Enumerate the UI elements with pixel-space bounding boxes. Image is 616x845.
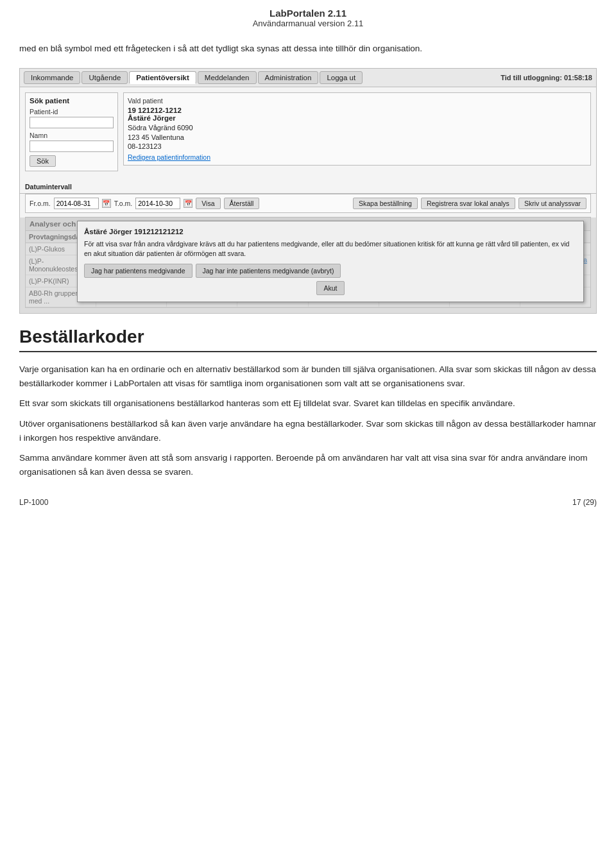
nav-logga-ut[interactable]: Logga ut [320, 71, 363, 84]
sok-patient-panel: Sök patient Patient-id Namn Sök [25, 92, 118, 175]
modal-btn-medgivande[interactable]: Jag har patientens medgivande [84, 264, 193, 278]
skapa-bestallning-button[interactable]: Skapa beställning [353, 198, 418, 209]
visa-button[interactable]: Visa [196, 198, 220, 209]
page-header: LabPortalen 2.11 Användarmanual version … [0, 0, 616, 31]
patient-id-label: Patient-id [30, 108, 114, 115]
to-label: T.o.m. [114, 200, 133, 207]
datumintervall-row: Fr.o.m. 📅 T.o.m. 📅 Visa Återställ Skapa … [25, 194, 591, 213]
nav-administration[interactable]: Administration [258, 71, 319, 84]
edit-patient-link[interactable]: Redigera patientinformation [128, 153, 586, 161]
nav-inkommande[interactable]: Inkommande [24, 71, 80, 84]
vald-patient-phone: 08-123123 [128, 142, 586, 150]
footer-right: 17 (29) [572, 498, 597, 507]
session-info: Tid till utloggning: 01:58:18 [501, 74, 592, 81]
modal-btn-akut[interactable]: Akut [316, 281, 344, 295]
patient-id-input[interactable] [30, 117, 114, 128]
modal-dialog: Åstäré Jörger 191212121212 För att visa … [77, 221, 584, 302]
body-para4: Samma användare kommer även att stå som … [19, 451, 597, 479]
to-calendar-icon[interactable]: 📅 [184, 199, 193, 208]
namn-input[interactable] [30, 141, 114, 152]
section-heading: Beställarkoder [19, 327, 597, 352]
modal-buttons-row2: Akut [84, 281, 577, 295]
nav-patientoversikt[interactable]: Patientöversikt [129, 71, 196, 84]
vald-patient-address1: Södra Vågränd 6090 [128, 124, 586, 132]
namn-label: Namn [30, 132, 114, 139]
to-date-input[interactable] [135, 198, 180, 209]
nav-meddelanden[interactable]: Meddelanden [198, 71, 257, 84]
vald-patient-name: Åstäré Jörger [128, 114, 586, 122]
aterstall-button[interactable]: Återställ [224, 198, 260, 209]
footer-left: LP-1000 [19, 498, 48, 507]
nav-utgaende[interactable]: Utgående [81, 71, 128, 84]
app-subtitle: Användarmanual version 2.11 [13, 19, 603, 28]
vald-patient-label: Vald patient [128, 97, 586, 105]
body-para1: Varje organisation kan ha en ordinarie o… [19, 363, 597, 390]
sok-button[interactable]: Sök [30, 155, 56, 167]
modal-btn-avbryt[interactable]: Jag har inte patientens medgivande (avbr… [196, 264, 341, 278]
app-title: LabPortalen 2.11 [13, 8, 603, 19]
vald-patient-id: 19 121212-1212 [128, 107, 586, 114]
body-para2: Ett svar som skickats till organisatione… [19, 397, 597, 411]
registrera-svar-button[interactable]: Registrera svar lokal analys [421, 198, 515, 209]
from-calendar-icon[interactable]: 📅 [102, 199, 111, 208]
modal-buttons-row1: Jag har patientens medgivande Jag har in… [84, 264, 577, 278]
from-date-input[interactable] [54, 198, 99, 209]
intro-text: med en blå symbol med ett frågetecken i … [0, 31, 616, 62]
body-para3: Utöver organisationens beställarkod så k… [19, 417, 597, 445]
modal-text: För att visa svar från andra vårdgivare … [84, 239, 577, 258]
modal-title: Åstäré Jörger 191212121212 [84, 228, 577, 235]
analyser-area: Analyser och m Provtagningsdatum Status … [25, 217, 591, 308]
body-text: Varje organisation kan ha en ordinarie o… [0, 356, 616, 491]
vald-patient-address2: 123 45 Vallentuna [128, 133, 586, 141]
skriv-ut-button[interactable]: Skriv ut analyssvar [518, 198, 586, 209]
page-footer: LP-1000 17 (29) [0, 491, 616, 513]
datumintervall-section-label: Datumintervall [20, 180, 596, 194]
vald-patient-panel: Vald patient 19 121212-1212 Åstäré Jörge… [123, 92, 591, 175]
sok-patient-title: Sök patient [30, 97, 114, 105]
screenshot-area: Inkommande Utgående Patientöversikt Medd… [19, 68, 597, 314]
nav-bar: Inkommande Utgående Patientöversikt Medd… [20, 69, 596, 87]
from-label: Fr.o.m. [30, 200, 51, 207]
